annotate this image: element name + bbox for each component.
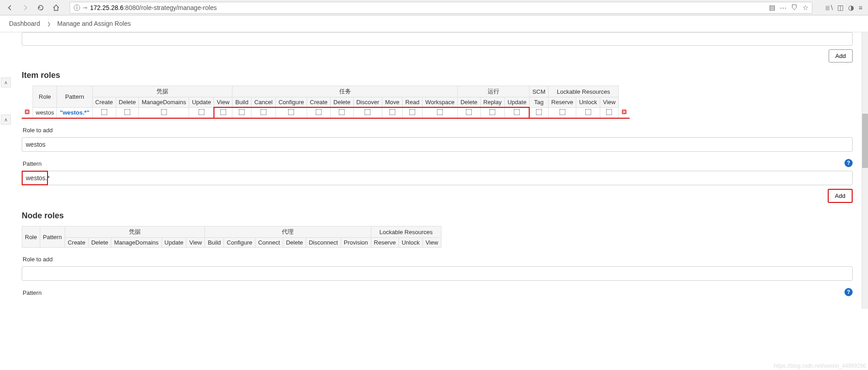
delete-row-icon-left[interactable] [24, 109, 30, 115]
url-text: 172.25.28.6:8080/role-strategy/manage-ro… [90, 4, 766, 11]
cell-s_tag[interactable] [529, 107, 548, 118]
cell-c_create[interactable] [92, 107, 116, 118]
vertical-scrollbar[interactable] [862, 32, 868, 309]
add-button-top[interactable]: Add [829, 49, 853, 62]
checkbox-t_cancel[interactable] [261, 109, 267, 115]
checkbox-s_tag[interactable] [536, 109, 542, 115]
th-node-c_update: Update [161, 238, 186, 248]
cell-l_view[interactable] [600, 107, 618, 118]
scroll-thumb[interactable] [862, 114, 868, 168]
breadcrumb-manage-roles[interactable]: Manage and Assign Roles [57, 20, 131, 27]
role-to-add-input[interactable] [22, 137, 853, 152]
sidebar-icon[interactable]: ◫ [837, 4, 844, 12]
checkbox-c_update[interactable] [198, 109, 204, 115]
cell-role: westos [33, 107, 57, 118]
checkbox-t_workspace[interactable] [437, 109, 443, 115]
th-node-l_reserve: Reserve [371, 238, 398, 248]
cell-r_delete[interactable] [457, 107, 480, 118]
th-group-lockable: Lockable Resources [548, 86, 618, 97]
cell-c_view[interactable] [214, 107, 232, 118]
cell-t_move[interactable] [382, 107, 403, 118]
cell-t_create[interactable] [307, 107, 331, 118]
checkbox-r_replay[interactable] [489, 109, 496, 115]
browser-toolbar: i ⊸ 172.25.28.6:8080/role-strategy/manag… [0, 0, 868, 15]
checkbox-t_create[interactable] [316, 109, 322, 115]
checkbox-r_delete[interactable] [466, 109, 472, 115]
cell-l_unlock[interactable] [576, 107, 600, 118]
chevron-right-icon: ❯ [47, 21, 51, 26]
th-t_configure: Configure [275, 97, 307, 108]
cell-r_replay[interactable] [480, 107, 504, 118]
help-icon[interactable]: ? [844, 159, 853, 167]
cell-pattern[interactable]: "westos.*" [57, 107, 92, 118]
checkbox-t_read[interactable] [409, 109, 416, 115]
th-node-lockable: Lockable Resources [371, 226, 441, 238]
checkbox-r_update[interactable] [514, 109, 520, 115]
delete-row-icon-right[interactable] [621, 109, 627, 115]
th-group-run: 运行 [457, 86, 529, 97]
shield-icon[interactable]: ⛉ [791, 4, 798, 12]
add-button-item[interactable]: Add [828, 189, 853, 203]
pattern-input[interactable] [22, 171, 853, 185]
checkbox-t_delete[interactable] [339, 109, 345, 115]
cell-t_workspace[interactable] [422, 107, 458, 118]
th-node-c_delete: Delete [88, 238, 111, 248]
th-group-scm: SCM [529, 86, 548, 97]
cell-t_configure[interactable] [275, 107, 307, 118]
th-c_view: View [214, 97, 232, 108]
checkbox-t_move[interactable] [389, 109, 395, 115]
checkbox-c_md[interactable] [161, 109, 167, 115]
th-c_md: ManageDomains [139, 97, 189, 108]
checkbox-l_view[interactable] [606, 109, 612, 115]
item-roles-heading: Item roles [22, 71, 853, 80]
more-icon[interactable]: ⋯ [780, 4, 787, 12]
checkbox-c_view[interactable] [220, 109, 227, 115]
th-node-c_view: View [186, 238, 205, 248]
hamburger-icon[interactable]: ≡ [859, 4, 863, 12]
cell-t_delete[interactable] [331, 107, 354, 118]
cell-t_build[interactable] [232, 107, 251, 118]
checkbox-t_build[interactable] [239, 109, 245, 115]
th-node-role: Role [22, 226, 40, 248]
cell-t_read[interactable] [403, 107, 422, 118]
cell-c_delete[interactable] [116, 107, 139, 118]
th-node-agent: 代理 [205, 226, 371, 238]
checkbox-c_create[interactable] [101, 109, 107, 115]
th-t_move: Move [382, 97, 403, 108]
node-pattern-label: Pattern [23, 289, 42, 296]
reload-button[interactable] [34, 1, 47, 14]
th-l_view: View [600, 97, 618, 108]
cell-c_md[interactable] [139, 107, 189, 118]
cell-l_reserve[interactable] [548, 107, 576, 118]
lock-off-icon: ⊸ [83, 5, 87, 11]
cell-t_discover[interactable] [353, 107, 382, 118]
breadcrumb-dashboard[interactable]: Dashboard [9, 20, 40, 27]
back-button[interactable] [4, 1, 16, 14]
checkbox-t_discover[interactable] [365, 109, 371, 115]
home-button[interactable] [50, 1, 62, 14]
url-bar[interactable]: i ⊸ 172.25.28.6:8080/role-strategy/manag… [70, 2, 812, 14]
library-icon[interactable]: ⫼\ [824, 4, 833, 12]
cell-t_cancel[interactable] [251, 107, 275, 118]
node-help-icon[interactable]: ? [844, 288, 853, 296]
node-role-to-add-input[interactable] [22, 266, 853, 281]
th-c_delete: Delete [116, 97, 139, 108]
forward-button[interactable] [19, 1, 32, 14]
checkbox-l_unlock[interactable] [585, 109, 591, 115]
breadcrumb: Dashboard ❯ Manage and Assign Roles [0, 15, 868, 32]
role-to-add-label: Role to add [23, 127, 853, 134]
th-node-credentials: 凭据 [65, 226, 205, 238]
section-collapse-1[interactable]: ∧ [1, 77, 11, 87]
th-t_create: Create [307, 97, 331, 108]
cell-r_update[interactable] [504, 107, 529, 118]
th-s_tag: Tag [529, 97, 548, 108]
th-role: Role [33, 86, 57, 108]
reader-icon[interactable]: ▤ [769, 4, 775, 12]
extension-icon[interactable]: ◑ [848, 4, 854, 12]
checkbox-c_delete[interactable] [124, 109, 131, 115]
section-collapse-2[interactable]: ∧ [1, 115, 11, 125]
star-icon[interactable]: ☆ [802, 4, 808, 12]
cell-c_update[interactable] [189, 107, 214, 118]
checkbox-t_configure[interactable] [288, 109, 294, 115]
checkbox-l_reserve[interactable] [559, 109, 565, 115]
